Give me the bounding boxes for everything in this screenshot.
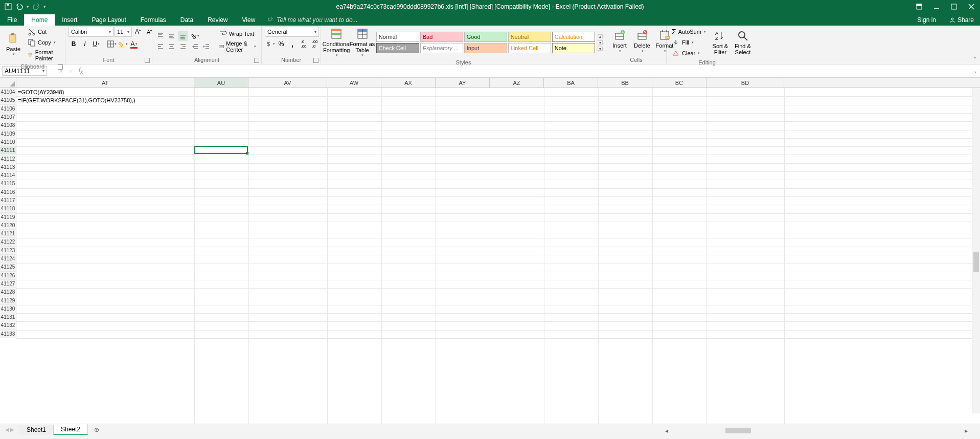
font-size-combo[interactable]: 11▾: [115, 27, 132, 37]
font-name-combo[interactable]: Calibri▾: [69, 27, 113, 37]
expand-formula-bar-icon[interactable]: ⌄: [970, 64, 980, 77]
row-header[interactable]: 41133: [0, 330, 16, 338]
hscroll-left-icon[interactable]: ◀: [663, 427, 670, 434]
column-header[interactable]: BB: [598, 78, 652, 87]
align-bottom-icon[interactable]: [178, 31, 188, 41]
sheet-nav-prev-icon[interactable]: ◀: [5, 427, 9, 432]
increase-font-icon[interactable]: A▴: [133, 27, 143, 37]
close-icon[interactable]: [963, 0, 980, 13]
tab-file[interactable]: File: [0, 14, 24, 26]
row-header[interactable]: 41128: [0, 288, 16, 296]
row-header[interactable]: 41113: [0, 163, 16, 171]
redo-icon[interactable]: [32, 3, 40, 11]
copy-button[interactable]: Copy▾: [26, 37, 62, 48]
clear-button[interactable]: Clear▾: [670, 48, 708, 58]
row-header[interactable]: 41119: [0, 213, 16, 221]
style-bad[interactable]: Bad: [420, 32, 463, 42]
underline-button[interactable]: U▾: [91, 39, 101, 49]
increase-decimal-icon[interactable]: .0.00: [299, 39, 309, 49]
cut-button[interactable]: Cut: [26, 27, 62, 37]
row-header[interactable]: 41124: [0, 255, 16, 263]
sheet-tab[interactable]: Sheet1: [19, 425, 54, 435]
italic-button[interactable]: I: [80, 39, 90, 49]
column-header[interactable]: AY: [436, 78, 490, 87]
borders-button[interactable]: ▾: [106, 39, 117, 49]
row-header[interactable]: 41110: [0, 138, 16, 146]
cell-value[interactable]: =GOTO(AY23948): [17, 89, 65, 96]
select-all-button[interactable]: [0, 78, 16, 87]
sheet-tab[interactable]: Sheet2: [54, 424, 88, 435]
font-color-button[interactable]: A▾: [129, 39, 139, 49]
style-calculation[interactable]: Calculation: [552, 32, 595, 42]
align-left-icon[interactable]: [155, 41, 166, 52]
row-header[interactable]: 41118: [0, 205, 16, 213]
column-header[interactable]: BA: [544, 78, 598, 87]
tell-me-search[interactable]: Tell me what you want to do...: [262, 14, 362, 26]
style-input[interactable]: Input: [464, 43, 507, 53]
vertical-scrollbar[interactable]: [972, 88, 980, 413]
sort-filter-button[interactable]: AZSort & Filter: [710, 29, 731, 56]
number-launcher-icon[interactable]: [313, 58, 318, 63]
style-note[interactable]: Note: [552, 43, 595, 53]
enter-formula-icon[interactable]: ✓: [69, 68, 74, 75]
style-neutral[interactable]: Neutral: [508, 32, 551, 42]
qat-customize-icon[interactable]: ▾: [43, 4, 46, 9]
conditional-formatting-button[interactable]: Conditional Formatting▾: [324, 27, 349, 58]
minimize-icon[interactable]: [928, 0, 945, 13]
orientation-icon[interactable]: ab▾: [190, 31, 200, 41]
merge-center-button[interactable]: Merge & Center▾: [217, 39, 258, 54]
hscroll-right-icon[interactable]: ▶: [963, 427, 970, 434]
paste-button[interactable]: Paste▾: [3, 32, 24, 57]
row-header[interactable]: 41117: [0, 196, 16, 205]
row-header[interactable]: 41108: [0, 121, 16, 129]
new-sheet-button[interactable]: ⊕: [91, 426, 102, 433]
cell-value[interactable]: =IF(GET.WORKSPACE(31),GOTO(HV23758),): [17, 97, 136, 104]
save-icon[interactable]: [4, 3, 12, 11]
align-top-icon[interactable]: [155, 31, 166, 41]
row-header[interactable]: 41106: [0, 105, 16, 113]
cancel-formula-icon[interactable]: ✕: [58, 68, 63, 75]
fill-button[interactable]: Fill▾: [670, 37, 708, 48]
autosum-button[interactable]: ΣAutoSum▾: [670, 27, 708, 37]
row-header[interactable]: 41109: [0, 129, 16, 138]
column-header[interactable]: AT: [16, 78, 194, 87]
style-normal[interactable]: Normal: [376, 32, 419, 42]
row-header[interactable]: 41126: [0, 272, 16, 280]
column-header[interactable]: BD: [706, 78, 784, 87]
maximize-icon[interactable]: [945, 0, 963, 13]
tab-page-layout[interactable]: Page Layout: [84, 14, 133, 26]
styles-scroll-up-icon[interactable]: ▴: [598, 34, 603, 38]
row-header[interactable]: 41122: [0, 238, 16, 246]
undo-icon[interactable]: [15, 3, 24, 11]
format-painter-button[interactable]: Format Painter: [26, 48, 62, 62]
row-header[interactable]: 41123: [0, 247, 16, 255]
row-header[interactable]: 41120: [0, 222, 16, 230]
accounting-format-icon[interactable]: $▾: [265, 39, 275, 49]
row-header[interactable]: 41130: [0, 305, 16, 313]
column-header[interactable]: AZ: [490, 78, 544, 87]
horizontal-scrollbar[interactable]: ◀ ▶: [663, 427, 970, 434]
tab-insert[interactable]: Insert: [55, 14, 84, 26]
tab-data[interactable]: Data: [173, 14, 200, 26]
row-header[interactable]: 41129: [0, 296, 16, 304]
increase-indent-icon[interactable]: [201, 41, 212, 52]
row-header[interactable]: 41116: [0, 188, 16, 196]
alignment-launcher-icon[interactable]: [254, 58, 259, 63]
row-header[interactable]: 41121: [0, 230, 16, 238]
ribbon-display-options-icon[interactable]: [910, 0, 928, 13]
style-good[interactable]: Good: [464, 32, 507, 42]
bold-button[interactable]: B: [69, 39, 79, 49]
column-header[interactable]: BC: [652, 78, 706, 87]
column-header[interactable]: AU: [194, 78, 248, 87]
vscroll-thumb[interactable]: [973, 252, 979, 272]
row-header[interactable]: 41111: [0, 146, 16, 155]
row-header[interactable]: 41127: [0, 280, 16, 288]
tab-formulas[interactable]: Formulas: [133, 14, 173, 26]
tab-review[interactable]: Review: [200, 14, 235, 26]
fill-color-button[interactable]: ▾: [118, 39, 128, 49]
format-as-table-button[interactable]: Format as Table▾: [351, 27, 373, 58]
row-header[interactable]: 41112: [0, 155, 16, 163]
column-header[interactable]: AX: [381, 78, 436, 87]
percent-format-icon[interactable]: %: [276, 39, 286, 49]
row-header[interactable]: 41107: [0, 113, 16, 121]
